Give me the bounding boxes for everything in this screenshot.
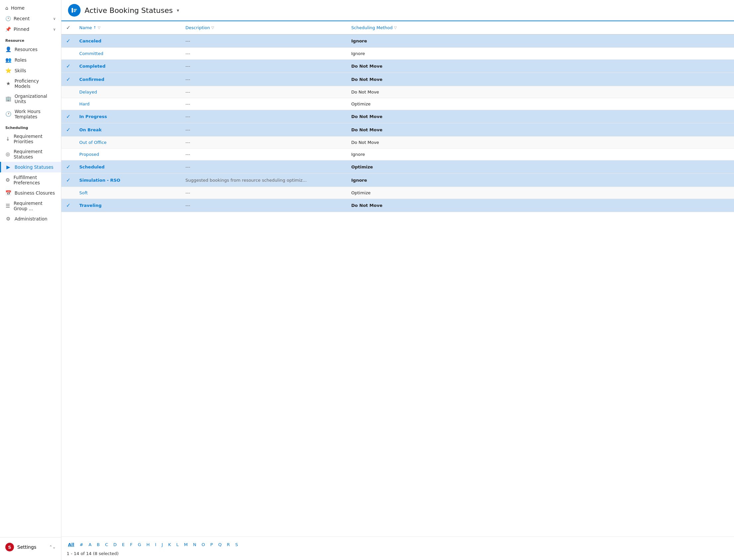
row-name[interactable]: Proposed xyxy=(75,149,181,160)
row-name[interactable]: Out of Office xyxy=(75,137,181,149)
table-row[interactable]: Out of Office --- Do Not Move xyxy=(61,137,734,149)
row-name[interactable]: Traveling xyxy=(75,199,181,212)
sidebar-item-roles[interactable]: 👥 Roles xyxy=(0,55,61,65)
row-checkbox[interactable]: ✓ xyxy=(61,123,75,137)
header-dropdown-icon[interactable]: ▾ xyxy=(177,8,179,13)
table-row[interactable]: Proposed --- Ignore xyxy=(61,149,734,160)
alpha-item-g[interactable]: G xyxy=(137,541,143,548)
row-checkbox[interactable]: ✓ xyxy=(61,199,75,212)
alpha-item-k[interactable]: K xyxy=(167,541,172,548)
name-filter-icon[interactable]: ▽ xyxy=(98,26,100,30)
alpha-item-d[interactable]: D xyxy=(112,541,118,548)
row-checkbox[interactable] xyxy=(61,86,75,98)
alpha-item-all[interactable]: All xyxy=(67,541,76,548)
table-row[interactable]: ✓ Traveling --- Do Not Move xyxy=(61,199,734,212)
sidebar-nav-recent[interactable]: 🕐 Recent ∨ xyxy=(0,13,61,24)
row-checkbox[interactable]: ✓ xyxy=(61,160,75,174)
sidebar-item-proficiency-models[interactable]: ★ Proficiency Models xyxy=(0,76,61,91)
sidebar-item-work-hours-templates[interactable]: 🕐 Work Hours Templates xyxy=(0,106,61,122)
row-checkbox[interactable]: ✓ xyxy=(61,174,75,187)
header-description: Description ▽ xyxy=(181,21,347,34)
alpha-item-h[interactable]: H xyxy=(145,541,151,548)
row-checkbox[interactable]: ✓ xyxy=(61,73,75,86)
row-checkbox[interactable] xyxy=(61,149,75,160)
table-row[interactable]: Delayed --- Do Not Move xyxy=(61,86,734,98)
alpha-item-c[interactable]: C xyxy=(104,541,109,548)
select-all-icon[interactable]: ✓ xyxy=(66,25,70,31)
sidebar-item-label: Resources xyxy=(15,47,37,52)
resources-icon: 👤 xyxy=(5,46,11,52)
table-row[interactable]: ✓ On Break --- Do Not Move xyxy=(61,123,734,137)
row-name[interactable]: Completed xyxy=(75,60,181,73)
sidebar-item-booking-statuses[interactable]: ▶ Booking Statuses xyxy=(0,162,61,172)
row-checkbox[interactable] xyxy=(61,98,75,110)
alpha-item-p[interactable]: P xyxy=(209,541,214,548)
alpha-item-j[interactable]: J xyxy=(160,541,164,548)
sidebar-item-fulfillment-preferences[interactable]: ⚙ Fulfillment Preferences xyxy=(0,172,61,188)
header-check[interactable]: ✓ xyxy=(61,21,75,34)
alpha-item-n[interactable]: N xyxy=(192,541,198,548)
table-row[interactable]: Committed --- Ignore xyxy=(61,48,734,60)
table-row[interactable]: Soft --- Optimize xyxy=(61,187,734,199)
row-checkbox[interactable]: ✓ xyxy=(61,34,75,48)
row-scheduling-method: Ignore xyxy=(347,174,734,187)
sidebar-item-administration[interactable]: ⚙ Administration xyxy=(0,214,61,224)
alpha-item-#[interactable]: # xyxy=(78,541,85,548)
row-scheduling-method: Do Not Move xyxy=(347,199,734,212)
sidebar-nav-pinned[interactable]: 📌 Pinned ∨ xyxy=(0,24,61,34)
row-description: --- xyxy=(181,137,347,149)
row-name[interactable]: In Progress xyxy=(75,110,181,123)
row-checkbox[interactable] xyxy=(61,187,75,199)
row-name[interactable]: Committed xyxy=(75,48,181,60)
row-checkbox[interactable]: ✓ xyxy=(61,60,75,73)
alpha-item-f[interactable]: F xyxy=(129,541,134,548)
table-row[interactable]: Hard --- Optimize xyxy=(61,98,734,110)
table-row[interactable]: ✓ Canceled --- Ignore xyxy=(61,34,734,48)
sidebar-item-requirement-statuses[interactable]: ◎ Requirement Statuses xyxy=(0,147,61,162)
row-name[interactable]: Simulation - RSO xyxy=(75,174,181,187)
table-row[interactable]: ✓ Scheduled --- Optimize xyxy=(61,160,734,174)
row-name[interactable]: Soft xyxy=(75,187,181,199)
row-scheduling-method: Do Not Move xyxy=(347,123,734,137)
booking-statuses-icon: ▶ xyxy=(5,164,11,170)
alpha-item-l[interactable]: L xyxy=(175,541,180,548)
row-name[interactable]: On Break xyxy=(75,123,181,137)
sort-asc-icon[interactable]: ↑ xyxy=(93,26,96,30)
alpha-item-a[interactable]: A xyxy=(87,541,93,548)
check-icon: ✓ xyxy=(66,76,70,83)
alpha-item-m[interactable]: M xyxy=(183,541,189,548)
sidebar-nav-home[interactable]: ⌂ Home xyxy=(0,3,61,13)
sidebar-item-resources[interactable]: 👤 Resources xyxy=(0,44,61,55)
sidebar-item-organizational-units[interactable]: 🏢 Organizational Units xyxy=(0,91,61,106)
alpha-item-r[interactable]: R xyxy=(225,541,231,548)
row-checkbox[interactable] xyxy=(61,48,75,60)
skills-icon: ⭐ xyxy=(5,68,11,74)
table-row[interactable]: ✓ Completed --- Do Not Move xyxy=(61,60,734,73)
row-checkbox[interactable] xyxy=(61,137,75,149)
alpha-item-b[interactable]: B xyxy=(95,541,101,548)
row-checkbox[interactable]: ✓ xyxy=(61,110,75,123)
sidebar-item-business-closures[interactable]: 📅 Business Closures xyxy=(0,188,61,198)
alpha-item-s[interactable]: S xyxy=(234,541,239,548)
row-name[interactable]: Hard xyxy=(75,98,181,110)
description-filter-icon[interactable]: ▽ xyxy=(211,26,214,30)
requirement-group-icon: ☰ xyxy=(5,203,10,209)
row-name[interactable]: Confirmed xyxy=(75,73,181,86)
row-name[interactable]: Delayed xyxy=(75,86,181,98)
table-row[interactable]: ✓ Confirmed --- Do Not Move xyxy=(61,73,734,86)
alpha-item-o[interactable]: O xyxy=(200,541,206,548)
row-name[interactable]: Scheduled xyxy=(75,160,181,174)
sidebar-item-label: Work Hours Templates xyxy=(15,109,56,119)
home-icon: ⌂ xyxy=(5,5,8,11)
alpha-item-q[interactable]: Q xyxy=(217,541,223,548)
table-row[interactable]: ✓ In Progress --- Do Not Move xyxy=(61,110,734,123)
scheduling-filter-icon[interactable]: ▽ xyxy=(394,26,397,30)
row-name[interactable]: Canceled xyxy=(75,34,181,48)
sidebar-item-requirement-priorities[interactable]: ↓ Requirement Priorities xyxy=(0,131,61,147)
sidebar-item-requirement-group[interactable]: ☰ Requirement Group ... xyxy=(0,198,61,214)
sidebar-item-skills[interactable]: ⭐ Skills xyxy=(0,65,61,76)
alpha-item-e[interactable]: E xyxy=(121,541,126,548)
alpha-item-i[interactable]: I xyxy=(153,541,157,548)
table-row[interactable]: ✓ Simulation - RSO Suggested bookings fr… xyxy=(61,174,734,187)
settings-item[interactable]: S Settings ⌃⌄ xyxy=(0,540,61,554)
